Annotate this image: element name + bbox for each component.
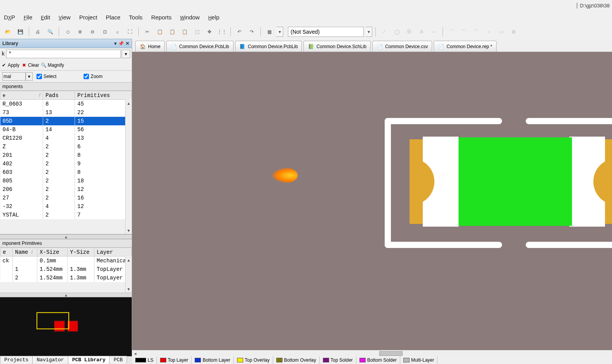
panel-tab-pcb-library[interactable]: PCB Library	[68, 356, 110, 364]
filter-dropdown-icon[interactable]: ▾	[122, 50, 130, 58]
panel-tab-projects[interactable]: Projects	[0, 356, 33, 364]
menu-project[interactable]: Project	[79, 14, 98, 21]
mode-combo[interactable]: mal	[2, 72, 26, 81]
menu-help[interactable]: Help	[208, 14, 220, 21]
array-icon[interactable]: ⊞	[508, 26, 519, 37]
table-row[interactable]: ck0.1mmMechanica	[0, 257, 132, 265]
menu-window[interactable]: Window	[180, 14, 200, 21]
undo-icon[interactable]: ↶	[234, 26, 245, 37]
menu-tools[interactable]: Tools	[129, 14, 143, 21]
layer-tab[interactable]: Top Layer	[157, 356, 192, 364]
redo-icon[interactable]: ↷	[246, 26, 257, 37]
scroll-up-icon[interactable]: ▴	[126, 257, 132, 263]
panel-pin-icon[interactable]: 📌	[118, 41, 124, 46]
prim-col[interactable]: e	[0, 248, 13, 257]
zoom-out-icon[interactable]: ⊖	[87, 26, 98, 37]
copy-icon[interactable]: 📋	[154, 26, 165, 37]
table-row[interactable]: Z26	[0, 142, 132, 151]
zoom-region-icon[interactable]: ⛶	[124, 26, 135, 37]
menu-place[interactable]: Place	[106, 14, 120, 21]
col-primitives[interactable]: Primitives	[75, 91, 132, 100]
table-row[interactable]: 20128	[0, 151, 132, 159]
layer-icon[interactable]: ◇	[62, 26, 73, 37]
print-icon[interactable]: 🖨	[32, 26, 43, 37]
panel-menu-icon[interactable]: ▾	[114, 41, 117, 46]
place-via-icon[interactable]: ⦿	[404, 26, 415, 37]
table-row[interactable]: 21.524mm1.3mmTopLayer	[0, 274, 132, 282]
clear-button[interactable]: ✖Clear	[21, 62, 39, 68]
prim-col[interactable]: Layer	[94, 248, 131, 257]
scroll-down-icon[interactable]: ▾	[126, 286, 132, 292]
zoom-select-icon[interactable]: ⌕	[112, 26, 123, 37]
place-text-icon[interactable]: A	[416, 26, 427, 37]
layer-tab[interactable]: Bottom Overlay	[273, 356, 320, 364]
open-icon[interactable]: 📂	[2, 26, 13, 37]
menu-dxp[interactable]: DXP	[4, 14, 15, 21]
layer-tab[interactable]: Top Overlay	[234, 356, 273, 364]
arc2-icon[interactable]: ⌒	[459, 26, 469, 37]
col-name[interactable]: e/	[0, 91, 43, 100]
table-row[interactable]: 27216	[0, 194, 132, 202]
col-pads[interactable]: Pads	[43, 91, 75, 100]
menu-view[interactable]: View	[59, 14, 71, 21]
panel-tab-pcb[interactable]: PCB	[109, 356, 127, 364]
pcb-canvas[interactable]	[132, 52, 612, 350]
components-scrollbar[interactable]: ▴ ▾	[125, 99, 132, 234]
table-row[interactable]: 805218	[0, 177, 132, 185]
select-checkbox[interactable]: Select	[37, 74, 56, 79]
scroll-up-icon[interactable]: ▴	[126, 100, 132, 106]
magnify-button[interactable]: 🔍Magnify	[41, 62, 64, 68]
menu-file[interactable]: File	[24, 14, 32, 21]
table-row[interactable]: YSTAL27	[0, 211, 132, 219]
zoom-checkbox[interactable]: Zoom	[84, 74, 103, 79]
doc-tab[interactable]: 🏠Home	[135, 41, 165, 52]
align-icon[interactable]: ⋮⋮	[216, 26, 227, 37]
table-row[interactable]: 40229	[0, 159, 132, 168]
scroll-left-icon[interactable]: ◂	[132, 351, 138, 356]
panel-tab-navigator[interactable]: Navigator	[32, 356, 68, 364]
preview-icon[interactable]: 🔍	[45, 26, 56, 37]
doc-tab[interactable]: 📗Common Device.SchLib	[303, 41, 371, 52]
save-icon[interactable]: 💾	[15, 26, 26, 37]
doc-tab[interactable]: 📄Common Device.csv	[372, 41, 432, 52]
layer-tab[interactable]: Bottom Layer	[192, 356, 234, 364]
saved-state-combo[interactable]	[288, 27, 364, 37]
select-icon[interactable]: ⬚	[192, 26, 202, 37]
filter-input[interactable]	[6, 50, 121, 58]
canvas-scrollbar-h[interactable]: ◂	[132, 350, 612, 356]
table-row[interactable]: 60328	[0, 168, 132, 177]
table-row[interactable]: 731322	[0, 108, 132, 117]
circle-icon[interactable]: ○	[483, 26, 494, 37]
table-row[interactable]: 11.524mm1.3mmTopLayer	[0, 265, 132, 274]
panel-close-icon[interactable]: ✕	[126, 41, 129, 46]
zoom-fit-icon[interactable]: ⊡	[99, 26, 110, 37]
layer-tab[interactable]: Top Solder	[320, 356, 356, 364]
collapse-handle-2[interactable]: ▴	[0, 293, 132, 297]
arc3-icon[interactable]: ⌒	[471, 26, 482, 37]
place-pad-icon[interactable]: ◯	[391, 26, 402, 37]
table-row[interactable]: -32412	[0, 202, 132, 211]
place-line-icon[interactable]: ∕	[379, 26, 390, 37]
clipboard-icon[interactable]: 📋	[179, 26, 190, 37]
arc1-icon[interactable]: ⌒	[446, 26, 457, 37]
doc-tab[interactable]: 📄Common Device.PcbLib	[166, 41, 234, 52]
move-icon[interactable]: ✥	[204, 26, 215, 37]
table-row[interactable]: 05D215	[0, 117, 132, 125]
primitives-scrollbar[interactable]: ▴ ▾	[125, 256, 132, 293]
mode-combo-dropdown-icon[interactable]: ▾	[26, 72, 33, 81]
doc-tab[interactable]: 📘Common Device.PcbLib	[235, 41, 302, 52]
place-dim-icon[interactable]: ↔	[429, 26, 439, 37]
table-row[interactable]: 206212	[0, 185, 132, 194]
table-row[interactable]: R_0603845	[0, 100, 132, 108]
doc-tab[interactable]: 📄Common Device.rep *	[434, 41, 496, 52]
apply-button[interactable]: ✔Apply	[1, 62, 19, 68]
table-row[interactable]: CR1220413	[0, 134, 132, 142]
table-row[interactable]: 04-B1456	[0, 125, 132, 134]
prim-col[interactable]: Y-Size	[68, 248, 94, 257]
layer-tab[interactable]: LS	[132, 356, 157, 364]
collapse-handle[interactable]: ▴	[0, 234, 132, 239]
grid-icon[interactable]: ▦	[264, 26, 275, 37]
paste-icon[interactable]: 📋	[167, 26, 178, 37]
layer-tab[interactable]: Bottom Solder	[356, 356, 400, 364]
scroll-thumb[interactable]	[379, 351, 403, 356]
